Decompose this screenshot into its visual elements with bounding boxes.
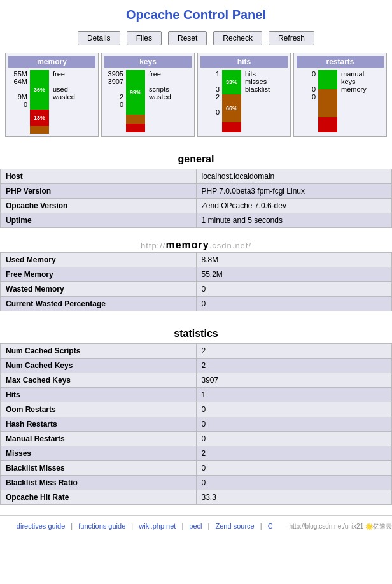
restarts-left-labels: 0 0 0 — [297, 70, 316, 101]
memory-table: Used Memory8.8MFree Memory55.2MWasted Me… — [0, 252, 392, 311]
row-label: Used Memory — [1, 253, 197, 267]
row-label: Opcache Version — [1, 199, 197, 213]
row-value: 33.3 — [196, 490, 392, 505]
memory-watermark: http://memory.csdn.net/ — [0, 238, 392, 252]
memory-bar: 36% 13% — [30, 70, 49, 134]
table-row: Opcache VersionZend OPcache 7.0.6-dev — [1, 199, 392, 213]
memory-panel-title: memory — [8, 56, 95, 68]
footer-link-functions[interactable]: functions guide — [78, 522, 125, 530]
row-label: Num Cached Keys — [1, 359, 197, 373]
footer-link-c[interactable]: C — [268, 522, 273, 530]
row-value: 1 minute and 5 seconds — [196, 213, 392, 228]
row-label: Opcache Hit Rate — [1, 490, 197, 505]
restarts-panel-title: restarts — [297, 56, 384, 68]
reset-button[interactable]: Reset — [168, 31, 207, 45]
row-value: PHP 7.0.0beta3 fpm-fcgi Linux — [196, 184, 392, 199]
hits-hits-bar: 33% — [222, 70, 241, 94]
table-row: Current Wasted Percentage0 — [1, 297, 392, 311]
row-label: Wasted Memory — [1, 282, 197, 297]
row-value: 0 — [196, 297, 392, 311]
toolbar: Details Files Reset Recheck Refresh — [0, 27, 392, 53]
row-label: PHP Version — [1, 184, 197, 199]
table-row: Num Cached Scripts2 — [1, 344, 392, 359]
row-value: 1 — [196, 388, 392, 402]
keys-left-labels: 3905 3907 2 0 — [104, 70, 123, 108]
row-value: 8.8M — [196, 253, 392, 267]
row-label: Hits — [1, 388, 197, 402]
table-row: Used Memory8.8M — [1, 253, 392, 267]
table-row: Free Memory55.2M — [1, 267, 392, 282]
row-value: 0 — [196, 402, 392, 417]
memory-wasted-bar — [30, 126, 49, 134]
table-row: Opcache Hit Rate33.3 — [1, 490, 392, 505]
restarts-bar — [318, 70, 337, 132]
table-row: Hash Restarts0 — [1, 417, 392, 432]
general-title: general — [0, 147, 392, 169]
footer-link-directives[interactable]: directives guide — [17, 522, 65, 530]
table-row: Blacklist Misses0 — [1, 461, 392, 476]
hits-panel-title: hits — [200, 56, 288, 68]
statistics-title: statistics — [0, 322, 392, 343]
restarts-manual-bar — [318, 70, 337, 89]
row-value: 0 — [196, 282, 392, 297]
keys-wasted-bar — [126, 124, 145, 132]
table-row: Manual Restarts0 — [1, 432, 392, 446]
recheck-button[interactable]: Recheck — [213, 31, 262, 45]
table-row: Misses2 — [1, 446, 392, 461]
row-label: Current Wasted Percentage — [1, 297, 197, 311]
memory-panel: memory 55M 64M 9M 0 36% 13% free used wa… — [5, 53, 99, 137]
keys-bar: 99% — [126, 70, 145, 132]
memory-free-bar: 36% — [30, 70, 49, 110]
row-value: 0 — [196, 432, 392, 446]
restarts-memory-bar — [318, 117, 337, 132]
table-row: PHP VersionPHP 7.0.0beta3 fpm-fcgi Linux — [1, 184, 392, 199]
row-value: 0 — [196, 476, 392, 490]
keys-free-bar: 99% — [126, 70, 145, 115]
row-value: localhost.localdomain — [196, 169, 392, 184]
panels-row: memory 55M 64M 9M 0 36% 13% free used wa… — [0, 53, 392, 147]
footer-link-wiki[interactable]: wiki.php.net — [139, 522, 176, 530]
hits-right-labels: hits misses blacklist — [244, 70, 270, 93]
keys-panel-title: keys — [104, 56, 192, 68]
restarts-right-labels: manual keys memory — [340, 70, 367, 93]
hits-panel: hits 1 3 2 0 33% 66% hits misses blackli… — [197, 53, 291, 137]
restarts-panel: restarts 0 0 0 manual keys memory — [293, 53, 387, 137]
memory-left-labels: 55M 64M 9M 0 — [8, 70, 27, 108]
hits-left-labels: 1 3 2 0 — [200, 70, 220, 116]
copyright-watermark: http://blog.csdn.net/unix21 🌟亿速云 — [289, 522, 392, 531]
row-value: 2 — [196, 359, 392, 373]
table-row: Oom Restarts0 — [1, 402, 392, 417]
row-label: Oom Restarts — [1, 402, 197, 417]
memory-used-bar: 13% — [30, 110, 49, 126]
keys-panel: keys 3905 3907 2 0 99% free scripts wast… — [101, 53, 195, 137]
page-title: Opcache Control Panel — [0, 0, 392, 27]
general-table: Hostlocalhost.localdomainPHP VersionPHP … — [0, 169, 392, 228]
keys-right-labels: free scripts wasted — [148, 70, 171, 101]
restarts-keys-bar — [318, 89, 337, 117]
row-value: 2 — [196, 344, 392, 359]
row-label: Free Memory — [1, 267, 197, 282]
row-label: Misses — [1, 446, 197, 461]
row-value: Zend OPcache 7.0.6-dev — [196, 199, 392, 213]
hits-bar: 33% 66% — [222, 70, 241, 132]
footer-link-pecl[interactable]: pecl — [189, 522, 202, 530]
refresh-button[interactable]: Refresh — [269, 31, 314, 45]
row-label: Blacklist Misses — [1, 461, 197, 476]
row-value: 55.2M — [196, 267, 392, 282]
table-row: Wasted Memory0 — [1, 282, 392, 297]
row-label: Hash Restarts — [1, 417, 197, 432]
row-label: Host — [1, 169, 197, 184]
table-row: Uptime1 minute and 5 seconds — [1, 213, 392, 228]
files-button[interactable]: Files — [127, 31, 162, 45]
row-value: 2 — [196, 446, 392, 461]
details-button[interactable]: Details — [78, 31, 120, 45]
row-label: Max Cached Keys — [1, 373, 197, 388]
table-row: Max Cached Keys3907 — [1, 373, 392, 388]
footer-link-zend[interactable]: Zend source — [216, 522, 255, 530]
table-row: Blacklist Miss Ratio0 — [1, 476, 392, 490]
row-label: Blacklist Miss Ratio — [1, 476, 197, 490]
row-label: Manual Restarts — [1, 432, 197, 446]
footer: directives guide | functions guide | wik… — [0, 515, 392, 534]
table-row: Num Cached Keys2 — [1, 359, 392, 373]
row-label: Uptime — [1, 213, 197, 228]
